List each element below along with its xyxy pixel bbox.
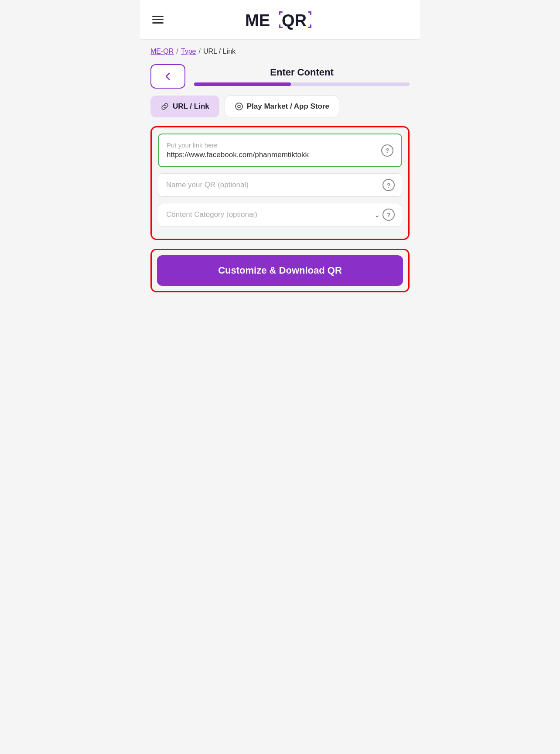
tab-play-market-label: Play Market / App Store (247, 102, 329, 111)
logo: ME QR (245, 9, 315, 31)
url-input-field[interactable]: Put your link here https://www.facebook.… (158, 134, 402, 167)
svg-text:QR: QR (282, 11, 307, 30)
progress-bar (194, 82, 410, 86)
breadcrumb: ME-QR / Type / URL / Link (140, 40, 420, 60)
breadcrumb-sep1: / (176, 48, 178, 55)
name-placeholder: Name your QR (optional) (166, 181, 249, 189)
logo-svg: ME QR (245, 9, 315, 31)
svg-rect-9 (308, 27, 311, 28)
svg-text:ME: ME (245, 11, 270, 30)
category-chevron-icon: ⌄ (374, 211, 380, 219)
link-icon (160, 102, 169, 111)
name-input-field[interactable]: Name your QR (optional) ? (158, 173, 402, 197)
progress-fill (194, 82, 291, 86)
tab-play-market[interactable]: Play Market / App Store (225, 96, 339, 117)
url-value: https://www.facebook.com/phanmemtiktokk (167, 151, 309, 159)
breadcrumb-type-link[interactable]: Type (181, 48, 196, 55)
category-help-icon[interactable]: ? (382, 209, 395, 221)
step-title: Enter Content (194, 67, 410, 78)
tabs-container: URL / Link Play Market / App Store (150, 96, 410, 117)
breadcrumb-home-link[interactable]: ME-QR (150, 48, 174, 55)
form-container: Put your link here https://www.facebook.… (150, 126, 410, 240)
breadcrumb-current: URL / Link (203, 48, 236, 55)
name-help-icon[interactable]: ? (382, 179, 395, 191)
category-input-field[interactable]: Content Category (optional) ⌄ ? (158, 203, 402, 226)
header: ME QR (140, 0, 420, 40)
app-store-icon (235, 102, 243, 111)
main-content: Enter Content URL / Link Play Market / A… (140, 60, 420, 305)
category-placeholder: Content Category (optional) (166, 210, 257, 219)
breadcrumb-sep2: / (198, 48, 200, 55)
svg-point-10 (236, 103, 242, 110)
svg-rect-7 (308, 11, 311, 13)
step-info: Enter Content (194, 67, 410, 86)
tab-url-link-label: URL / Link (173, 102, 209, 111)
url-help-icon[interactable]: ? (381, 144, 393, 157)
step-header: Enter Content (150, 64, 410, 89)
customize-download-button[interactable]: Customize & Download QR (157, 255, 403, 286)
url-placeholder: Put your link here (167, 141, 309, 149)
back-button[interactable] (150, 64, 185, 89)
tab-url-link[interactable]: URL / Link (150, 96, 219, 117)
cta-container: Customize & Download QR (150, 249, 410, 292)
svg-point-11 (238, 105, 240, 108)
hamburger-menu-button[interactable] (150, 14, 165, 25)
back-arrow-icon (163, 72, 173, 81)
